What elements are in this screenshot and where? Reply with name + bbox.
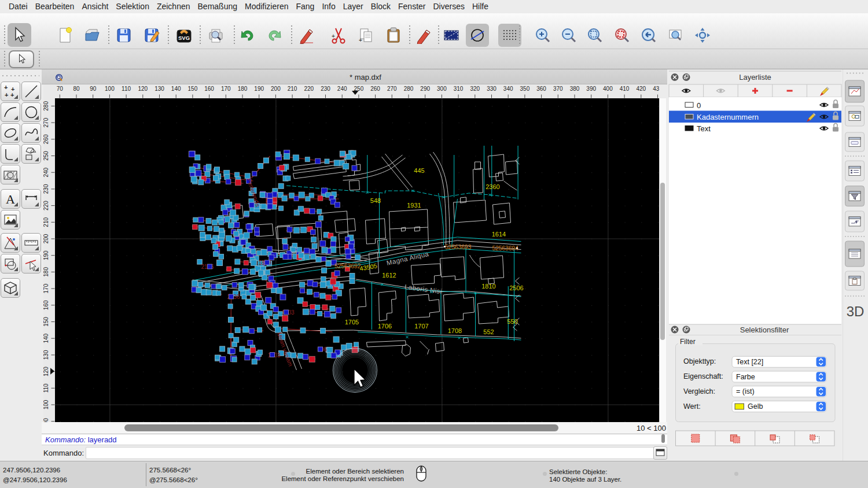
svg-text:+: + — [332, 33, 335, 39]
svg-text:Gelb: Gelb — [748, 402, 763, 411]
svg-text:400: 400 — [603, 86, 613, 92]
svg-text:= (ist): = (ist) — [736, 387, 755, 395]
svg-text:240: 240 — [337, 86, 347, 92]
svg-text:230: 230 — [43, 184, 49, 194]
svg-text:Text [22]: Text [22] — [736, 358, 763, 366]
svg-text:380: 380 — [570, 86, 580, 92]
svg-text:Eigenschaft:: Eigenschaft: — [683, 372, 723, 380]
svg-text:410: 410 — [620, 86, 630, 92]
svg-text:280: 280 — [404, 86, 414, 92]
svg-text:1707: 1707 — [414, 323, 428, 330]
svg-text:150: 150 — [188, 86, 198, 92]
svg-text:240: 240 — [43, 167, 49, 177]
svg-text:80: 80 — [73, 86, 80, 92]
svg-text:280: 280 — [43, 101, 49, 111]
svg-text:230: 230 — [321, 86, 330, 92]
svg-text:350: 350 — [520, 86, 530, 92]
svg-text:Filter: Filter — [680, 338, 696, 346]
svg-text:+: + — [5, 91, 8, 98]
svg-text:340: 340 — [503, 86, 513, 92]
svg-text:160: 160 — [43, 300, 49, 310]
svg-text:150: 150 — [43, 317, 49, 327]
svg-text:1810: 1810 — [481, 283, 495, 290]
svg-text:220: 220 — [304, 86, 314, 92]
svg-text:2506: 2506 — [509, 284, 523, 291]
svg-text:52563693: 52563693 — [444, 243, 470, 250]
svg-text:260: 260 — [43, 134, 49, 144]
svg-text:90: 90 — [90, 86, 97, 92]
svg-text:1708: 1708 — [447, 327, 461, 334]
svg-text:100: 100 — [43, 400, 49, 409]
svg-text:180: 180 — [238, 86, 248, 92]
svg-text:210: 210 — [288, 86, 297, 92]
svg-text:1705: 1705 — [344, 319, 358, 326]
svg-text:3D: 3D — [847, 304, 865, 319]
svg-text:300: 300 — [437, 86, 447, 92]
svg-text:330: 330 — [487, 86, 496, 92]
svg-text:Objekttyp:: Objekttyp: — [683, 357, 716, 365]
svg-text:260: 260 — [370, 86, 380, 92]
svg-text:210: 210 — [43, 217, 49, 227]
svg-text:170: 170 — [43, 283, 49, 293]
svg-text:270: 270 — [43, 117, 49, 127]
svg-text:A: A — [6, 192, 15, 206]
svg-text:140: 140 — [43, 333, 49, 343]
svg-text:+: + — [359, 37, 362, 43]
svg-text:2360: 2360 — [486, 183, 499, 190]
svg-text:370: 370 — [553, 86, 563, 92]
svg-text:160: 160 — [204, 86, 214, 92]
svg-text:Text: Text — [697, 124, 711, 133]
svg-text:110: 110 — [43, 383, 49, 393]
svg-text:548: 548 — [370, 197, 380, 204]
svg-text:310: 310 — [454, 86, 464, 92]
svg-text:70: 70 — [57, 86, 64, 92]
svg-text:170: 170 — [221, 86, 231, 92]
svg-text:120: 120 — [138, 86, 148, 92]
svg-text:445: 445 — [414, 167, 424, 174]
svg-text:420: 420 — [636, 86, 646, 92]
svg-text:250: 250 — [43, 151, 49, 161]
svg-text:130: 130 — [43, 350, 49, 360]
svg-text:320: 320 — [470, 86, 480, 92]
svg-text:100: 100 — [105, 86, 115, 92]
svg-text:140: 140 — [171, 86, 181, 92]
svg-text:110: 110 — [122, 86, 131, 92]
svg-text:90: 90 — [43, 418, 49, 422]
svg-text:550: 550 — [507, 318, 517, 325]
svg-text:+: + — [4, 84, 8, 91]
svg-text:Kadasternummern: Kadasternummern — [697, 113, 759, 121]
svg-text:52563692: 52563692 — [334, 263, 360, 269]
svg-text:552: 552 — [483, 328, 494, 335]
svg-text:Wert:: Wert: — [683, 402, 701, 411]
svg-text:290: 290 — [420, 86, 430, 92]
svg-text:180: 180 — [43, 267, 49, 277]
svg-text:200: 200 — [271, 86, 281, 92]
svg-text:Layerliste: Layerliste — [739, 73, 771, 82]
svg-text:360: 360 — [536, 86, 546, 92]
svg-text:Vergleich:: Vergleich: — [683, 387, 715, 395]
svg-text:1931: 1931 — [407, 202, 421, 209]
svg-text:220: 220 — [43, 201, 49, 210]
svg-text:0: 0 — [697, 101, 701, 110]
svg-text:Selektionsfilter: Selektionsfilter — [740, 326, 789, 334]
svg-text:1706: 1706 — [377, 323, 391, 330]
svg-text:190: 190 — [254, 86, 264, 92]
svg-text:430: 430 — [653, 86, 659, 92]
svg-text:SVG: SVG — [178, 35, 190, 41]
svg-text:270: 270 — [387, 86, 397, 92]
svg-text:120: 120 — [43, 367, 49, 376]
svg-text:200: 200 — [43, 234, 49, 243]
svg-text:390: 390 — [586, 86, 596, 92]
svg-text:1612: 1612 — [382, 272, 396, 279]
svg-text:+: + — [10, 91, 14, 98]
svg-text:130: 130 — [155, 86, 164, 92]
svg-text:52563694: 52563694 — [492, 245, 518, 252]
svg-text:1614: 1614 — [491, 231, 505, 238]
svg-text:190: 190 — [43, 250, 49, 260]
svg-text:Farbe: Farbe — [736, 373, 755, 381]
